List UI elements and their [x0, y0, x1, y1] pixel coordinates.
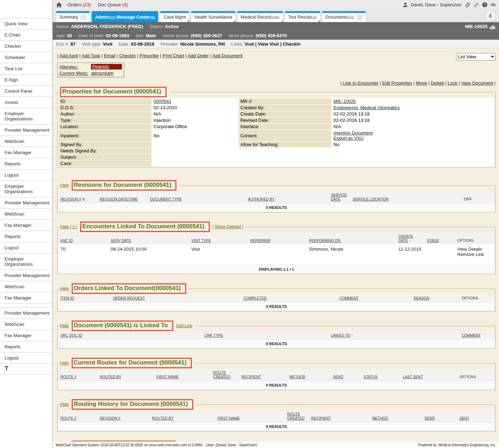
- banner-link-view-visit[interactable]: View Visit: [258, 41, 279, 47]
- doc-action-edit-properties[interactable]: Edit Properties: [382, 80, 412, 86]
- doc-action-view-document[interactable]: View Document: [461, 80, 493, 86]
- sidebar-item-provider-management[interactable]: Provider Management: [0, 270, 52, 281]
- column-header-routed-by[interactable]: ROUTED BY: [98, 369, 154, 381]
- column-header-linked-to[interactable]: LINKED TO↑: [329, 332, 459, 340]
- link-add-link[interactable]: Add Link: [176, 323, 193, 328]
- hide-link[interactable]: Hide: [60, 286, 69, 291]
- topnav-orders[interactable]: Orders (23): [67, 2, 91, 7]
- help-icon[interactable]: ?: [482, 2, 487, 7]
- sidebar-item-fax-manager[interactable]: Fax Manager: [0, 292, 52, 304]
- sidebar-item-provider-management[interactable]: Provider Management: [0, 197, 52, 209]
- action-add-document[interactable]: Add Document: [212, 53, 242, 58]
- column-header-service-date[interactable]: SERVICEDATE: [329, 191, 350, 203]
- allergies-link[interactable]: Allergies:: [59, 64, 88, 70]
- sidebar-item-checkin[interactable]: Checkin: [0, 41, 52, 52]
- sidebar-item-fax-manager[interactable]: Fax Manager: [0, 220, 52, 231]
- current-meds-link[interactable]: Current Meds:: [59, 71, 88, 76]
- view-select[interactable]: List View: [456, 53, 495, 60]
- hide-link[interactable]: Hide: [60, 402, 69, 407]
- tab-test-results-2[interactable]: Test Results (2): [285, 11, 320, 22]
- action-add-task[interactable]: Add Task: [82, 53, 100, 58]
- column-header-route[interactable]: ROUTE #: [58, 369, 98, 381]
- allergy-value[interactable]: Peanuts: [91, 64, 122, 70]
- column-header-revision-date-time[interactable]: REVISION DATE/TIME: [98, 191, 148, 203]
- sidebar-item-reports[interactable]: Reports: [0, 231, 52, 242]
- action-add-appt[interactable]: Add Appt: [59, 53, 78, 58]
- mrn[interactable]: MIE-10025: [465, 24, 495, 29]
- sidebar-item-provider-management[interactable]: Provider Management: [0, 308, 52, 319]
- sidebar-item-e-chart[interactable]: E-Chart: [0, 29, 52, 41]
- row-action-view-details[interactable]: View Details: [457, 246, 482, 252]
- column-header-referrer[interactable]: REFERRER: [248, 233, 307, 244]
- banner-link-checkin[interactable]: Checkin: [283, 41, 301, 47]
- banner-link-visit[interactable]: Visit: [244, 41, 254, 47]
- column-header-diff[interactable]: DIFF: [462, 191, 494, 203]
- sidebar-pin-button[interactable]: [0, 364, 52, 375]
- external-link-icon[interactable]: ↗: [80, 14, 86, 20]
- sidebar-item-reports[interactable]: Reports: [0, 341, 52, 353]
- column-header-src-doc-id[interactable]: SRC DOC ID: [58, 332, 202, 340]
- column-header-revision[interactable]: REVISION #: [98, 410, 150, 422]
- sidebar-item-quick-view[interactable]: Quick View: [0, 18, 52, 29]
- wand-icon[interactable]: [474, 2, 479, 7]
- hide-link[interactable]: Hide ( 1 ): [60, 224, 77, 229]
- column-header-first-name[interactable]: FIRST NAME: [154, 369, 211, 381]
- column-header-first-name[interactable]: FIRST NAME: [215, 410, 285, 422]
- tab-case-mgmt[interactable]: Case Mgmt: [160, 11, 189, 22]
- sidebar-item-logout[interactable]: Logout: [0, 242, 52, 253]
- tab-documents-20[interactable]: Documents (20)↗: [322, 11, 366, 22]
- column-header-revision[interactable]: REVISION #⇅: [58, 191, 98, 203]
- column-header-recipient[interactable]: RECIPIENT: [309, 410, 370, 422]
- sidebar-item-logout[interactable]: Logout: [0, 353, 52, 364]
- link-icon[interactable]: [465, 2, 471, 7]
- column-header-performing-dr[interactable]: PERFORMING DR.: [307, 233, 396, 244]
- tab-admin-11-message-center-6[interactable]: Admin (11):Message Center (6): [92, 11, 158, 22]
- code-icon[interactable]: </>: [491, 2, 495, 7]
- sidebar-item-webscan[interactable]: WebScan: [0, 319, 52, 330]
- sidebar-item-fax-manager[interactable]: Fax Manager: [0, 147, 52, 158]
- medication-link[interactable]: alprazolam: [91, 71, 122, 76]
- sidebar-item-webscan[interactable]: WebScan: [0, 209, 52, 220]
- hide-link[interactable]: Hide: [60, 183, 69, 188]
- sidebar-item-employer-organizations[interactable]: Employer Organizations: [0, 181, 52, 197]
- column-header-create-date[interactable]: CREATEDATE↓: [396, 233, 425, 244]
- chart-icon[interactable]: [490, 24, 495, 29]
- column-header-comment[interactable]: COMMENT: [337, 295, 411, 302]
- column-header-method[interactable]: METHOD: [370, 410, 422, 422]
- value-link-0000541[interactable]: 0000541: [154, 99, 171, 104]
- sidebar-item-task-list[interactable]: Task List: [0, 63, 52, 74]
- column-header-options[interactable]: OPTIONS: [455, 233, 494, 244]
- column-header-sent[interactable]: SENT: [457, 410, 494, 422]
- column-header-route-created[interactable]: ROUTECREATED: [285, 410, 309, 422]
- column-header-send[interactable]: SEND: [331, 369, 362, 381]
- sidebar-item-scheduler[interactable]: Scheduler: [0, 52, 52, 63]
- row-action-remove-link[interactable]: Remove Link: [457, 252, 484, 257]
- sidebar-item-fax-manager[interactable]: Fax Manager: [0, 330, 52, 341]
- sidebar-item-partial[interactable]: [0, 304, 52, 308]
- column-header-comment[interactable]: COMMENT: [460, 332, 494, 340]
- column-header-document-type[interactable]: DOCUMENT TYPE: [148, 191, 246, 203]
- value-link-mie-10025[interactable]: MIE-10025: [333, 99, 356, 104]
- sidebar-item-employer-organizations[interactable]: Employer Organizations: [0, 108, 52, 125]
- action-checkin[interactable]: Checkin: [119, 53, 136, 58]
- action-print-chart[interactable]: Print Chart: [162, 53, 184, 58]
- column-header-item-id[interactable]: ITEM ID: [58, 295, 111, 302]
- tab-health-surveillance[interactable]: Health Surveillance: [191, 11, 235, 22]
- column-header-options[interactable]: OPTIONS: [457, 369, 494, 381]
- download-button[interactable]: [485, 11, 496, 21]
- doc-action-delete[interactable]: Delete: [431, 80, 444, 86]
- column-header-routed-by[interactable]: ROUTED BY: [150, 410, 215, 422]
- sidebar-item-provider-management[interactable]: Provider Management: [0, 125, 52, 136]
- value-link-export-as-vxu[interactable]: Export as VXU: [333, 136, 363, 141]
- column-header-authored-by[interactable]: AUTHORED BY: [246, 191, 329, 203]
- action-email[interactable]: Email: [104, 53, 116, 58]
- sidebar-item-logout[interactable]: Logout: [0, 170, 52, 181]
- sidebar-item-e-sign[interactable]: E-Sign: [0, 74, 52, 86]
- tab-summary[interactable]: Summary↗: [56, 11, 90, 22]
- sidebar-item-control-panel[interactable]: Control Panel: [0, 86, 52, 97]
- column-header-reason[interactable]: REASON: [411, 295, 460, 302]
- column-header-stage[interactable]: STAGE: [425, 233, 455, 244]
- sidebar-item-employer-organizations[interactable]: Employer Organizations: [0, 253, 52, 270]
- user-label[interactable]: David, Dave - SuperUser: [411, 2, 462, 7]
- link-show-deleted[interactable]: Show Deleted: [215, 224, 241, 229]
